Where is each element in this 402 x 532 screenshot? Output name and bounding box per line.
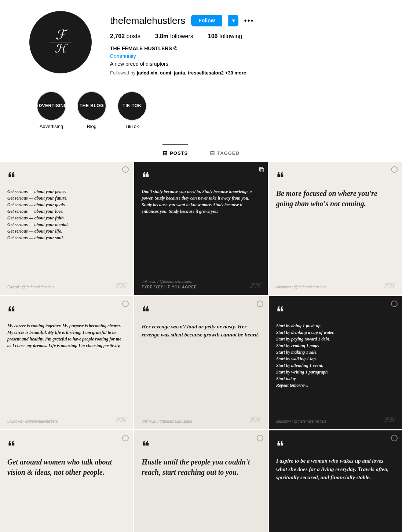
follow-dropdown-button[interactable]: ▾ — [228, 15, 238, 26]
highlight-label-blog: Blog — [87, 124, 96, 129]
highlight-advertising[interactable]: ADVERTISING Advertising — [37, 91, 66, 129]
highlight-circle-blog: THE BLOG — [77, 91, 106, 121]
profile-info: thefemalehustlers Follow ▾ ••• 2,762 pos… — [110, 11, 387, 77]
svg-text:ℋ: ℋ — [55, 42, 68, 55]
post-logo-1: ℱℋ — [115, 282, 126, 289]
quote-mark-9: ❝ — [276, 439, 395, 454]
post-inner-3: ❝ Be more focused on where you're going … — [269, 162, 402, 295]
highlight-text-tiktok: TIK TOK — [121, 102, 143, 110]
post-text-3: Be more focused on where you're going th… — [276, 188, 395, 209]
posts-grid: ❝ Get serious — about your peace.Get ser… — [0, 162, 402, 532]
quote-mark-3: ❝ — [276, 171, 395, 185]
post-inner-4: ❝ My career is coming together. My purpo… — [0, 296, 133, 429]
highlight-circle-advertising: ADVERTISING — [37, 91, 66, 121]
corner-dot-7 — [122, 435, 129, 441]
quote-mark-6: ❝ — [276, 305, 395, 320]
quote-mark-5: ❝ — [142, 305, 260, 320]
type-yes-2: TYPE 'YES' IF YOU AGREE — [142, 285, 197, 289]
post-card-7[interactable]: ❝ Get around women who talk about vision… — [0, 430, 133, 532]
highlight-circle-tiktok: TIK TOK — [117, 91, 147, 121]
post-card-1[interactable]: ❝ Get serious — about your peace.Get ser… — [0, 162, 133, 295]
follow-button[interactable]: Follow — [191, 15, 222, 26]
bio-category: Community — [110, 52, 387, 60]
quote-mark-8: ❝ — [142, 439, 260, 454]
tab-posts[interactable]: ⊞POSTS — [162, 144, 188, 162]
followers-stat: 3.8m followers — [155, 33, 193, 40]
bio-followers: Followed by jaded.xix, oumi_janta, tress… — [110, 69, 387, 77]
followed-by-users[interactable]: jaded.xix, oumi_janta, tresselitesalon2 — [137, 70, 224, 76]
avatar-container: ℱ ℋ — [29, 11, 92, 73]
following-stat: 106 following — [208, 33, 242, 40]
post-footer-4: unknown / @thefemalehustlers ℱℋ — [7, 416, 126, 423]
post-card-9[interactable]: ❝ I aspire to be a woman who wakes up an… — [269, 430, 402, 532]
post-text-5: Her revenge wasn't loud or petty or nast… — [142, 323, 260, 339]
tab-tagged-icon: ⊟ — [210, 150, 215, 157]
corner-dot-1 — [122, 166, 129, 173]
post-text-7: Get around women who talk about vision &… — [7, 457, 126, 477]
post-card-8[interactable]: ❝ Hustle until the people you couldn't r… — [134, 430, 267, 532]
corner-dot-5 — [257, 300, 263, 307]
followed-by-more[interactable]: +39 more — [225, 70, 246, 76]
tab-posts-icon: ⊞ — [162, 150, 168, 157]
bio-name: THE FEMALE HUSTLERS © — [110, 45, 387, 52]
post-inner-5: ❝ Her revenge wasn't loud or petty or na… — [134, 296, 267, 429]
post-card-5[interactable]: ❝ Her revenge wasn't loud or petty or na… — [134, 296, 267, 429]
corner-dot-3 — [391, 166, 398, 173]
quote-mark-7: ❝ — [7, 439, 126, 454]
post-card-2[interactable]: ⧉ ❝ Don't study because you need to. Stu… — [134, 162, 267, 295]
tabs-container: ⊞POSTS⊟TAGGED — [0, 144, 402, 162]
post-text-8: Hustle until the people you couldn't rea… — [142, 457, 260, 477]
profile-header: ℱ ℋ thefemalehustlers Follow ▾ ••• 2,762… — [0, 0, 402, 84]
post-logo-2: ℱℋ — [250, 282, 260, 289]
quote-mark-2: ❝ — [142, 171, 260, 185]
post-inner-8: ❝ Hustle until the people you couldn't r… — [134, 430, 267, 532]
profile-top-row: thefemalehustlers Follow ▾ ••• — [110, 15, 387, 26]
username: thefemalehustlers — [110, 15, 185, 26]
tabs: ⊞POSTS⊟TAGGED — [0, 144, 402, 162]
avatar: ℱ ℋ — [29, 11, 92, 73]
post-attribution-2: unknown / @thefemalehustlers — [142, 280, 197, 284]
post-logo-3: ℱℋ — [384, 282, 395, 289]
bio-tagline: A new breed of disruptors. — [110, 60, 387, 68]
post-text-4: My career is coming together. My purpose… — [7, 323, 126, 349]
highlight-tiktok[interactable]: TIK TOK TikTok — [117, 91, 147, 129]
quote-mark-4: ❝ — [7, 305, 126, 320]
more-options-button[interactable]: ••• — [244, 17, 254, 25]
post-card-6[interactable]: ❝ Start by doing 1 push up.Start by drin… — [269, 296, 402, 429]
post-logo-5: ℱℋ — [250, 416, 260, 423]
highlight-label-tiktok: TikTok — [125, 124, 139, 129]
tab-tagged[interactable]: ⊟TAGGED — [210, 144, 240, 162]
tab-tagged-label: TAGGED — [217, 150, 240, 156]
post-inner-1: ❝ Get serious — about your peace.Get ser… — [0, 162, 133, 295]
post-footer-6: unknown / @thefemalehustlers ℱℋ — [276, 416, 395, 423]
corner-dot-8 — [257, 435, 263, 441]
quote-mark-1: ❝ — [7, 171, 126, 185]
posts-stat: 2,762 posts — [110, 33, 140, 40]
tab-posts-label: POSTS — [170, 150, 188, 156]
post-footer-2: unknown / @thefemalehustlers TYPE 'YES' … — [142, 280, 260, 289]
post-logo-4: ℱℋ — [115, 416, 126, 423]
post-text-2: Don't study because you need to. Study b… — [142, 188, 260, 215]
post-attribution-3: unknown / @thefemalehustlers — [276, 285, 326, 289]
post-footer-3: unknown / @thefemalehustlers ℱℋ — [276, 282, 395, 289]
post-inner-2: ⧉ ❝ Don't study because you need to. Stu… — [134, 162, 267, 295]
post-text-9: I aspire to be a woman who wakes up and … — [276, 457, 395, 482]
post-inner-9: ❝ I aspire to be a woman who wakes up an… — [269, 430, 402, 532]
svg-text:ℱ: ℱ — [55, 28, 68, 42]
highlight-text-blog: THE BLOG — [78, 102, 105, 110]
post-card-4[interactable]: ❝ My career is coming together. My purpo… — [0, 296, 133, 429]
highlights-section: ADVERTISING Advertising THE BLOG Blog TI… — [0, 84, 402, 136]
post-logo-6: ℱℋ — [384, 416, 395, 423]
highlight-blog[interactable]: THE BLOG Blog — [77, 91, 106, 129]
bio-section: THE FEMALE HUSTLERS © Community A new br… — [110, 45, 387, 77]
post-card-3[interactable]: ❝ Be more focused on where you're going … — [269, 162, 402, 295]
post-attribution-4: unknown / @thefemalehustlers — [7, 419, 58, 423]
post-text-6: Start by doing 1 push up.Start by drinki… — [276, 323, 395, 389]
post-text-1: Get serious — about your peace.Get serio… — [7, 188, 126, 241]
highlight-label-advertising: Advertising — [40, 124, 63, 129]
post-inner-6: ❝ Start by doing 1 push up.Start by drin… — [269, 296, 402, 429]
post-inner-7: ❝ Get around women who talk about vision… — [0, 430, 133, 532]
corner-dot-9 — [391, 435, 398, 441]
post-attribution-6: unknown / @thefemalehustlers — [276, 419, 326, 423]
corner-dot-6 — [391, 300, 398, 307]
